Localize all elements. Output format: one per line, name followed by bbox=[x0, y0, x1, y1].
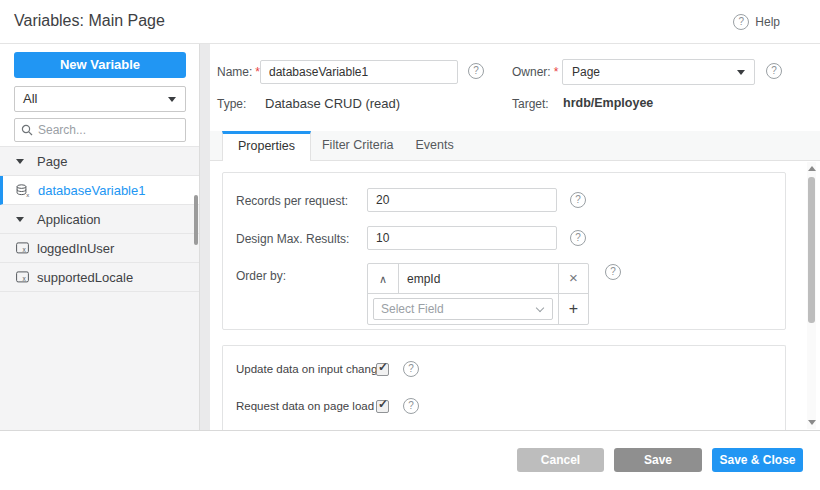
tree-item-loggedinuser[interactable]: x loggedInUser bbox=[0, 234, 199, 263]
check-icon: ✓ bbox=[378, 397, 388, 411]
order-by-help-icon[interactable]: ? bbox=[605, 264, 621, 280]
tree-item-databasevariable1[interactable]: x databaseVariable1 bbox=[0, 176, 199, 205]
caret-down-icon bbox=[16, 159, 24, 164]
help-link[interactable]: ? Help bbox=[733, 14, 780, 30]
svg-text:x: x bbox=[22, 275, 26, 282]
update-data-help-icon[interactable]: ? bbox=[403, 361, 419, 377]
variable-search[interactable] bbox=[14, 118, 186, 142]
tab-events[interactable]: Events bbox=[405, 131, 465, 160]
page-title: Variables: Main Page bbox=[14, 12, 165, 30]
records-per-request-label: Records per request: bbox=[236, 194, 348, 208]
tree-item-supportedlocale[interactable]: x supportedLocale bbox=[0, 263, 199, 292]
target-label: Target: bbox=[512, 97, 549, 111]
tree-group-label: Page bbox=[37, 154, 67, 169]
name-input[interactable] bbox=[260, 60, 458, 84]
design-max-results-label: Design Max. Results: bbox=[236, 232, 349, 246]
scroll-down-icon[interactable] bbox=[808, 420, 816, 425]
scroll-up-icon[interactable] bbox=[808, 166, 816, 171]
tab-properties[interactable]: Properties bbox=[222, 131, 311, 162]
search-input[interactable] bbox=[38, 123, 168, 137]
tree-group-label: Application bbox=[37, 212, 101, 227]
request-data-on-page-load-checkbox[interactable]: ✓ bbox=[376, 400, 389, 413]
variable-filter-value: All bbox=[23, 91, 37, 106]
dialog-header: Variables: Main Page ? Help bbox=[0, 0, 820, 44]
help-icon: ? bbox=[733, 14, 749, 30]
sidebar-content-divider bbox=[200, 44, 210, 430]
records-per-request-help-icon[interactable]: ? bbox=[570, 192, 586, 208]
static-variable-icon: x bbox=[16, 242, 29, 254]
tree-group-application[interactable]: Application bbox=[0, 205, 199, 234]
request-data-help-icon[interactable]: ? bbox=[403, 398, 419, 414]
variable-filter-dropdown[interactable]: All bbox=[14, 86, 186, 112]
order-by-label: Order by: bbox=[236, 269, 286, 283]
check-icon: ✓ bbox=[378, 360, 388, 374]
name-help-icon[interactable]: ? bbox=[468, 63, 484, 79]
sidebar-scrollbar-thumb[interactable] bbox=[194, 195, 198, 245]
tab-bar: Properties Filter Criteria Events bbox=[210, 131, 820, 161]
behavior-settings-group: Update data on input change ✓ ? Request … bbox=[222, 345, 786, 430]
variable-detail-panel: Name:* ? Owner:* Page ? Type: Database C… bbox=[210, 44, 820, 430]
chevron-down-icon bbox=[168, 97, 176, 102]
order-by-widget: ∧ empId × Select Field + bbox=[367, 263, 589, 325]
records-per-request-input[interactable] bbox=[367, 188, 557, 212]
variables-tree: Page x databaseVariable1 Application x l… bbox=[0, 146, 199, 430]
tab-filter-criteria[interactable]: Filter Criteria bbox=[311, 131, 405, 160]
save-button[interactable]: Save bbox=[614, 448, 702, 472]
update-data-on-input-change-checkbox[interactable]: ✓ bbox=[376, 363, 389, 376]
variables-sidebar: New Variable All Page x databaseVariable… bbox=[0, 44, 200, 430]
select-field-placeholder: Select Field bbox=[381, 302, 444, 316]
required-asterisk: * bbox=[554, 65, 559, 79]
owner-dropdown[interactable]: Page bbox=[562, 59, 755, 85]
tree-item-label: databaseVariable1 bbox=[38, 183, 145, 198]
tree-item-label: supportedLocale bbox=[37, 270, 133, 285]
chevron-down-icon bbox=[536, 304, 544, 312]
properties-tab-content: Records per request: ? Design Max. Resul… bbox=[210, 161, 820, 430]
request-data-on-page-load-label: Request data on page load bbox=[236, 400, 372, 412]
update-data-on-input-change-row: Update data on input change ✓ ? bbox=[236, 361, 419, 377]
order-by-field-value: empId bbox=[399, 264, 558, 293]
tree-item-label: loggedInUser bbox=[37, 241, 114, 256]
caret-down-icon bbox=[16, 217, 24, 222]
tree-group-page[interactable]: Page bbox=[0, 147, 199, 176]
add-field-button[interactable]: + bbox=[558, 294, 588, 324]
svg-text:x: x bbox=[22, 246, 26, 253]
content-scrollbar-thumb[interactable] bbox=[808, 177, 815, 323]
owner-help-icon[interactable]: ? bbox=[766, 63, 782, 79]
order-by-row: ∧ empId × bbox=[368, 264, 588, 294]
help-label: Help bbox=[755, 15, 780, 29]
sort-ascending-icon[interactable]: ∧ bbox=[368, 264, 399, 293]
design-max-results-input[interactable] bbox=[367, 226, 557, 250]
update-data-on-input-change-label: Update data on input change bbox=[236, 363, 372, 375]
static-variable-icon: x bbox=[16, 271, 29, 283]
remove-field-icon[interactable]: × bbox=[558, 264, 588, 293]
owner-value: Page bbox=[572, 65, 600, 79]
order-by-add-row: Select Field + bbox=[368, 294, 588, 324]
request-data-on-page-load-row: Request data on page load ✓ ? bbox=[236, 398, 419, 414]
svg-text:x: x bbox=[26, 192, 29, 197]
content-scrollbar[interactable] bbox=[807, 162, 816, 429]
chevron-down-icon bbox=[737, 70, 745, 75]
database-variable-icon: x bbox=[16, 184, 30, 197]
new-variable-button[interactable]: New Variable bbox=[14, 52, 186, 78]
design-max-results-help-icon[interactable]: ? bbox=[570, 230, 586, 246]
type-label: Type: bbox=[217, 97, 246, 111]
target-value: hrdb/Employee bbox=[563, 96, 653, 110]
select-field-dropdown[interactable]: Select Field bbox=[373, 298, 553, 320]
type-value: Database CRUD (read) bbox=[265, 96, 400, 111]
dialog-footer: Cancel Save Save & Close bbox=[0, 431, 820, 490]
cancel-button[interactable]: Cancel bbox=[517, 448, 604, 472]
save-and-close-button[interactable]: Save & Close bbox=[712, 448, 803, 472]
select-field-cell: Select Field bbox=[368, 294, 558, 324]
search-icon bbox=[21, 124, 33, 136]
data-settings-group: Records per request: ? Design Max. Resul… bbox=[222, 172, 786, 330]
name-label: Name:* bbox=[217, 65, 260, 79]
owner-label: Owner:* bbox=[512, 65, 558, 79]
